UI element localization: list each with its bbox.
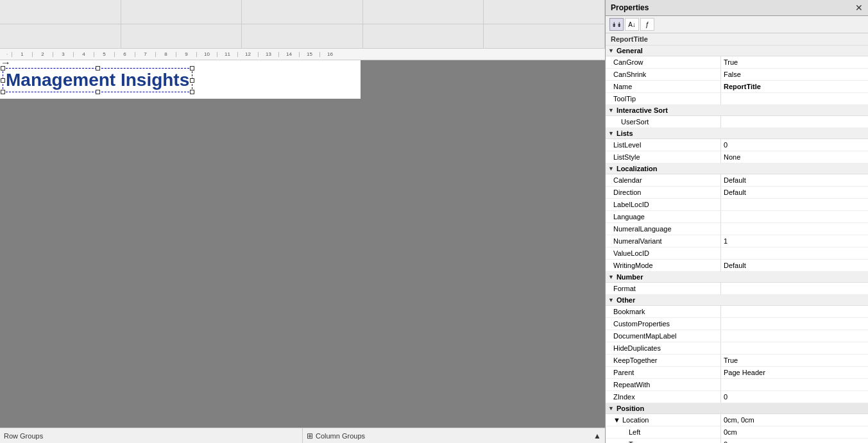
- section-general-arrow: ▼: [608, 47, 614, 54]
- prop-labellocid: LabelLocID: [606, 199, 868, 211]
- ruler-tick-16: 16: [319, 52, 340, 57]
- prop-liststyle-name: ListStyle: [606, 151, 721, 163]
- ruler-tick-2: 2: [32, 52, 53, 57]
- prop-bookmark-value: [721, 306, 868, 317]
- prop-writingmode: WritingMode Default: [606, 260, 868, 272]
- prop-customproperties: CustomProperties: [606, 318, 868, 330]
- toolbar-az-button[interactable]: A↓: [625, 18, 639, 31]
- close-button[interactable]: ✕: [855, 3, 863, 13]
- section-other-header[interactable]: ▼ Other: [606, 295, 868, 306]
- section-lists: ▼ Lists ListLevel 0 ListStyle None: [606, 128, 868, 163]
- report-item-name: ReportTitle: [611, 35, 648, 43]
- properties-list[interactable]: ▼ General CanGrow True CanShrink False N…: [606, 46, 868, 443]
- properties-panel-title: Properties: [611, 3, 649, 12]
- report-title: Management Insights: [3, 69, 192, 92]
- handle-bm[interactable]: [96, 90, 100, 94]
- prop-customproperties-name: CustomProperties: [606, 318, 721, 330]
- prop-numerallanguage-name: NumeralLanguage: [606, 223, 721, 235]
- prop-listlevel: ListLevel 0: [606, 139, 868, 151]
- section-position: ▼ Position ▼ Location 0cm, 0cm Left 0cm: [606, 403, 868, 443]
- bottom-bar: Row Groups ⊞ Column Groups ▲: [0, 428, 605, 443]
- prop-calendar: Calendar Default: [606, 174, 868, 187]
- handle-bl[interactable]: [1, 90, 5, 94]
- prop-bookmark-name: Bookmark: [606, 306, 721, 317]
- prop-valuelocid: ValueLocID: [606, 247, 868, 260]
- toolbar-fx-button[interactable]: ƒ: [640, 18, 654, 31]
- column-groups-arrow[interactable]: ▲: [593, 431, 601, 440]
- section-localization-arrow: ▼: [608, 165, 614, 172]
- prop-zindex-name: ZIndex: [606, 391, 721, 403]
- prop-direction-value: Default: [721, 187, 868, 198]
- handle-tm[interactable]: [96, 66, 100, 71]
- prop-numerallanguage: NumeralLanguage: [606, 223, 868, 235]
- prop-cangrow: CanGrow True: [606, 56, 868, 69]
- toolbar-sort-button[interactable]: ↡↡: [609, 18, 624, 31]
- prop-canshrink-name: CanShrink: [606, 69, 721, 80]
- ruler-tick-1: 1: [12, 52, 32, 57]
- location-expand-arrow[interactable]: ▼: [613, 416, 620, 424]
- section-other-arrow: ▼: [608, 297, 614, 303]
- prop-numeralvariant-name: NumeralVariant: [606, 235, 721, 247]
- prop-canshrink-value: False: [721, 69, 868, 80]
- section-general-header[interactable]: ▼ General: [606, 46, 868, 56]
- section-general: ▼ General CanGrow True CanShrink False N…: [606, 46, 868, 105]
- section-number-header[interactable]: ▼ Number: [606, 272, 868, 283]
- prop-calendar-name: Calendar: [606, 174, 721, 186]
- section-lists-header[interactable]: ▼ Lists: [606, 128, 868, 139]
- handle-tl[interactable]: [1, 66, 5, 71]
- prop-repeatwith-value: [721, 379, 868, 390]
- ruler-tick-7: 7: [135, 52, 155, 57]
- gray-cell-3: [242, 0, 363, 24]
- handle-mr[interactable]: [190, 78, 194, 83]
- prop-canshrink: CanShrink False: [606, 69, 868, 81]
- prop-numeralvariant-value: 1: [721, 235, 868, 247]
- prop-top: Top 0cm: [606, 439, 868, 443]
- prop-tooltip-value: [721, 93, 868, 104]
- handle-br[interactable]: [190, 90, 194, 94]
- gray-band-mid: [0, 24, 605, 49]
- ruler-tick-13: 13: [258, 52, 278, 57]
- prop-parent-name: Parent: [606, 367, 721, 378]
- canvas-wrapper[interactable]: ⭢ Management Insights: [0, 60, 605, 428]
- section-lists-label: Lists: [617, 130, 633, 137]
- handle-ml[interactable]: [1, 78, 5, 83]
- prop-repeatwith: RepeatWith: [606, 379, 868, 391]
- section-position-arrow: ▼: [608, 405, 614, 412]
- ruler-tick-15: 15: [299, 52, 319, 57]
- prop-left-value: 0cm: [721, 426, 868, 438]
- prop-numeralvariant: NumeralVariant 1: [606, 235, 868, 247]
- report-canvas: ⭢ Management Insights: [0, 60, 361, 317]
- prop-name-name: Name: [606, 81, 721, 92]
- ruler-tick-14: 14: [278, 52, 299, 57]
- gray-band-top: [0, 0, 605, 24]
- prop-zindex-value: 0: [721, 391, 868, 403]
- column-groups-label-container: ⊞ Column Groups: [307, 431, 365, 440]
- prop-hideduplicates-name: HideDuplicates: [606, 342, 721, 354]
- handle-tr[interactable]: [190, 66, 194, 71]
- prop-format: Format: [606, 283, 868, 295]
- section-interactive-sort-label: Interactive Sort: [617, 106, 668, 114]
- ruler-tick-12: 12: [237, 52, 258, 57]
- prop-cangrow-value: True: [721, 56, 868, 68]
- section-localization-label: Localization: [617, 165, 658, 172]
- prop-liststyle-value: None: [721, 151, 868, 163]
- prop-documentmaplabel: DocumentMapLabel: [606, 330, 868, 342]
- section-localization-header[interactable]: ▼ Localization: [606, 163, 868, 174]
- canvas-body: [0, 99, 361, 317]
- prop-tooltip-name: ToolTip: [606, 93, 721, 104]
- section-position-header[interactable]: ▼ Position: [606, 403, 868, 414]
- ruler-tick-11: 11: [217, 52, 237, 57]
- ruler-tick-6: 6: [114, 52, 135, 57]
- section-position-label: Position: [617, 405, 644, 412]
- prop-left: Left 0cm: [606, 426, 868, 439]
- section-general-label: General: [617, 47, 643, 54]
- ruler-tick-10: 10: [196, 52, 217, 57]
- selected-element[interactable]: ⭢ Management Insights: [3, 68, 192, 92]
- properties-header: Properties ✕: [606, 0, 868, 16]
- section-interactive-sort-header[interactable]: ▼ Interactive Sort: [606, 105, 868, 116]
- ruler-content: · 1 2 3 4 5 6 7 8 9 10 11 12 13 14 15 16: [3, 51, 340, 57]
- prop-top-name: Top: [606, 439, 721, 443]
- page-header-band: ⭢ Management Insights: [0, 60, 361, 99]
- properties-panel: Properties ✕ ↡↡ A↓ ƒ ReportTitle ▼ Gener…: [605, 0, 868, 443]
- prop-location-name: ▼ Location: [606, 414, 721, 426]
